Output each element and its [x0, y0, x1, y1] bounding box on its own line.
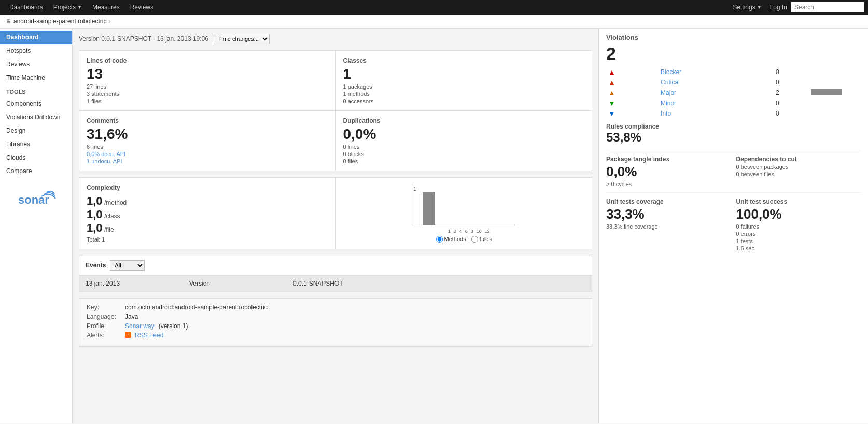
unit-tests-success-title: Unit test success — [736, 198, 861, 205]
blocker-icon: ▲ — [608, 68, 615, 76]
classes-value: 1 — [343, 66, 585, 82]
duplications-cell: Duplications 0,0% 0 lines 0 blocks 0 fil… — [336, 111, 592, 171]
complexity-total: Total: 1 — [87, 236, 328, 243]
time-changes-select[interactable]: Time changes... 1 day 1 week 1 month 1 y… — [214, 34, 270, 44]
minor-icon: ▼ — [608, 99, 615, 107]
critical-icon: ▲ — [608, 78, 615, 87]
critical-link[interactable]: Critical — [661, 79, 680, 86]
unit-tests-success-value: 100,0% — [736, 206, 861, 222]
event-row: 13 jan. 2013 Version 0.0.1-SNAPSHOT — [79, 275, 592, 291]
version-bar: Version 0.0.1-SNAPSHOT - 13 jan. 2013 19… — [79, 34, 592, 44]
unit-tests-success-sub4: 1.6 sec — [736, 245, 861, 251]
comments-docu-link[interactable]: 0,0% docu. API — [87, 151, 125, 157]
settings-arrow-icon: ▼ — [757, 5, 762, 10]
info-bar-cell — [809, 108, 861, 119]
main-layout: Dashboard Hotspots Reviews Time Machine … — [0, 29, 868, 423]
sidebar-item-dashboard[interactable]: Dashboard — [0, 31, 72, 44]
lines-of-code-value: 13 — [87, 66, 328, 82]
breadcrumb-link[interactable]: android-sample-parent robolectric — [13, 18, 106, 25]
sidebar-item-time-machine[interactable]: Time Machine — [0, 71, 72, 84]
legend-files-radio[interactable] — [471, 236, 478, 243]
rules-compliance-value: 53,8% — [606, 130, 861, 145]
duplications-value: 0,0% — [343, 126, 585, 143]
search-input[interactable] — [791, 2, 864, 12]
sidebar-item-design[interactable]: Design — [0, 124, 72, 137]
blocker-link[interactable]: Blocker — [661, 68, 681, 76]
blocker-bar-cell — [809, 67, 861, 77]
chart-bar — [423, 192, 435, 225]
complexity-left-cell: Complexity 1,0 /method 1,0 /class 1,0 /f… — [79, 178, 335, 249]
info-profile-link[interactable]: Sonar way — [125, 322, 155, 330]
divider-2 — [606, 192, 861, 193]
unit-tests-success-sub1: 0 failures — [736, 223, 861, 230]
nav-dashboards[interactable]: Dashboards — [4, 0, 48, 15]
classes-sub3: 0 accessors — [343, 98, 585, 104]
violation-row-minor: ▼ Minor 0 — [606, 98, 861, 108]
violations-table: ▲ Blocker 0 ▲ Critical 0 ▲ Major 2 — [606, 67, 861, 119]
info-alerts-row: Alerts: r RSS Feed — [87, 332, 584, 339]
info-section: Key: com.octo.android:android-sample-par… — [79, 298, 592, 347]
sidebar-item-compare[interactable]: Compare — [0, 164, 72, 178]
events-header: Events All Version Alert Profile Other — [79, 256, 592, 275]
comments-cell: Comments 31,6% 6 lines 0,0% docu. API 1 … — [79, 111, 335, 171]
sidebar-item-libraries[interactable]: Libraries — [0, 137, 72, 151]
complexity-chart: 1 — [412, 184, 515, 225]
version-text: Version 0.0.1-SNAPSHOT - 13 jan. 2013 19… — [79, 35, 208, 43]
nav-reviews[interactable]: Reviews — [125, 0, 159, 15]
violation-row-critical: ▲ Critical 0 — [606, 77, 861, 88]
sidebar-item-violations-drilldown[interactable]: Violations Drilldown — [0, 110, 72, 124]
classes-sub2: 1 methods — [343, 91, 585, 97]
top-navigation: Dashboards Projects ▼ Measures Reviews S… — [0, 0, 868, 15]
sidebar-item-clouds[interactable]: Clouds — [0, 151, 72, 164]
minor-link[interactable]: Minor — [661, 100, 676, 107]
comments-undocu-link[interactable]: 1 undocu. API — [87, 158, 122, 164]
major-link[interactable]: Major — [661, 89, 676, 96]
complexity-chart-cell: 1 124681012 Methods Files — [336, 178, 592, 249]
info-key-label: Key: — [87, 304, 123, 311]
event-value: 0.0.1-SNAPSHOT — [293, 280, 585, 287]
classes-sub1: 1 packages — [343, 83, 585, 90]
rss-feed-link[interactable]: RSS Feed — [135, 332, 163, 339]
package-tangle-value: 0,0% — [606, 164, 731, 180]
package-tangle-grid: Package tangle index 0,0% > 0 cycles Dep… — [606, 156, 861, 187]
nav-measures[interactable]: Measures — [87, 0, 125, 15]
classes-title: Classes — [343, 57, 585, 64]
sidebar-item-hotspots[interactable]: Hotspots — [0, 44, 72, 58]
package-tangle-title: Package tangle index — [606, 156, 731, 163]
info-icon: ▼ — [608, 109, 615, 118]
info-language-row: Language: Java — [87, 313, 584, 320]
metrics-top-grid: Lines of code 13 27 lines 3 statements 1… — [79, 50, 592, 171]
unit-tests-coverage-value: 33,3% — [606, 206, 731, 222]
unit-tests-coverage-cell: Unit tests coverage 33,3% 33,3% line cov… — [606, 198, 731, 251]
comments-value: 31,6% — [87, 126, 328, 143]
info-profile-version: (version 1) — [159, 322, 188, 330]
unit-tests-success-cell: Unit test success 100,0% 0 failures 0 er… — [736, 198, 861, 251]
events-section: Events All Version Alert Profile Other 1… — [79, 256, 592, 292]
sidebar-item-components[interactable]: Components — [0, 97, 72, 110]
blocker-count: 0 — [774, 67, 809, 77]
sidebar: Dashboard Hotspots Reviews Time Machine … — [0, 29, 73, 423]
unit-tests-success-sub3: 1 tests — [736, 238, 861, 244]
legend-files[interactable]: Files — [471, 236, 492, 243]
info-link[interactable]: Info — [661, 110, 671, 117]
major-bar-cell — [809, 88, 861, 98]
minor-count: 0 — [774, 98, 809, 108]
unit-tests-success-sub2: 0 errors — [736, 231, 861, 237]
legend-methods[interactable]: Methods — [436, 236, 466, 243]
package-tangle-cell: Package tangle index 0,0% > 0 cycles — [606, 156, 731, 187]
sidebar-item-reviews[interactable]: Reviews — [0, 58, 72, 71]
info-language-label: Language: — [87, 313, 123, 320]
info-alerts-label: Alerts: — [87, 332, 123, 339]
event-type: Version — [189, 280, 293, 287]
events-filter-select[interactable]: All Version Alert Profile Other — [110, 260, 145, 271]
duplications-sub2: 0 blocks — [343, 151, 585, 157]
major-count: 2 — [774, 88, 809, 98]
rules-compliance-title: Rules compliance — [606, 123, 861, 130]
settings-button[interactable]: Settings ▼ — [729, 4, 765, 11]
comments-sub1: 6 lines — [87, 144, 328, 150]
login-button[interactable]: Log In — [766, 4, 791, 11]
violation-row-blocker: ▲ Blocker 0 — [606, 67, 861, 77]
sidebar-tools-label: TOOLS — [0, 84, 72, 97]
nav-projects[interactable]: Projects ▼ — [48, 0, 87, 15]
legend-methods-radio[interactable] — [436, 236, 443, 243]
